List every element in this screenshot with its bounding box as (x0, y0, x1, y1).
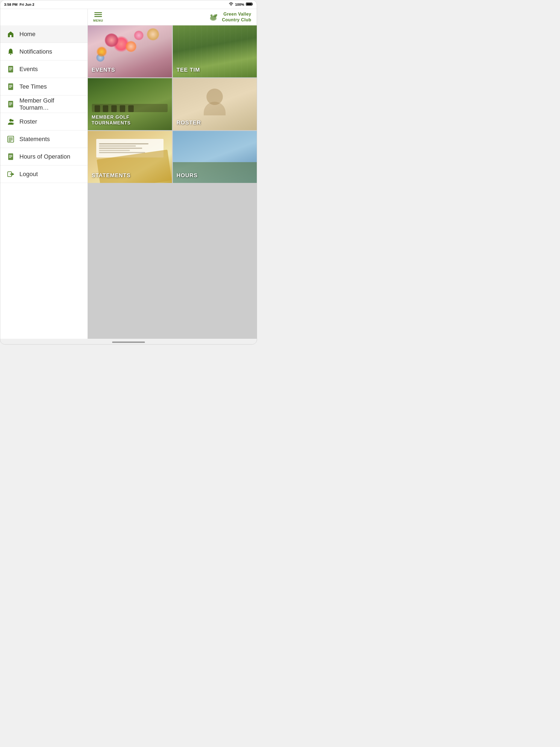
status-time: 3:58 PM (4, 2, 18, 6)
battery-percentage: 100% (235, 2, 244, 6)
status-indicators: 100% (229, 2, 253, 7)
document-icon-tournaments (7, 101, 15, 108)
sidebar-item-label-notifications: Notifications (19, 48, 52, 55)
sidebar-item-roster[interactable]: Roster (0, 113, 87, 130)
status-bar: 3:58 PM Fri Jun 2 100% (0, 0, 257, 9)
menu-label: MENU (93, 19, 103, 22)
sidebar: Home Notifications Events (0, 9, 88, 339)
sidebar-item-hours[interactable]: Hours of Operation (0, 148, 87, 165)
bell-icon (7, 48, 15, 55)
svg-rect-25 (9, 155, 12, 156)
list-icon (7, 136, 15, 143)
sidebar-item-tee-times[interactable]: Tee Times (0, 78, 87, 96)
tile-label-tournaments: MEMBER GOLF TOURNAMENTS (92, 114, 170, 126)
club-name: Green Valley Country Club (222, 11, 251, 23)
status-date: Fri Jun 2 (19, 2, 34, 6)
svg-point-4 (10, 54, 11, 55)
svg-rect-21 (8, 138, 13, 139)
svg-rect-2 (252, 4, 253, 5)
svg-rect-23 (8, 141, 11, 141)
svg-rect-7 (9, 69, 12, 69)
tile-roster[interactable]: ROSTER (173, 78, 257, 130)
club-name-line1: Green Valley (222, 11, 251, 17)
svg-rect-14 (9, 103, 12, 103)
menu-line-2 (94, 14, 102, 15)
tile-label-hours: HOURS (177, 172, 255, 179)
tile-tournaments[interactable]: MEMBER GOLF TOURNAMENTS (88, 78, 172, 130)
tile-label-roster: ROSTER (177, 119, 255, 126)
club-name-line2: Country Club (222, 17, 251, 23)
status-time-date: 3:58 PM Fri Jun 2 (4, 2, 34, 6)
svg-rect-22 (8, 140, 13, 140)
home-indicator (112, 341, 145, 343)
svg-rect-6 (9, 68, 12, 68)
sidebar-item-tournaments[interactable]: Member Golf Tournam… (0, 96, 87, 113)
battery-icon (246, 2, 253, 7)
sidebar-item-statements[interactable]: Statements (0, 130, 87, 148)
tiles-grid: EVENTS TEE TIM M (88, 25, 257, 339)
sidebar-item-label-events: Events (19, 66, 38, 73)
menu-line-3 (94, 16, 102, 17)
tile-statements[interactable]: STATEMENTS (88, 131, 172, 183)
svg-rect-15 (9, 104, 12, 104)
svg-rect-16 (9, 105, 11, 105)
svg-rect-11 (9, 86, 12, 87)
svg-point-0 (230, 5, 231, 6)
sidebar-item-label-statements: Statements (19, 136, 50, 143)
menu-line-1 (94, 12, 102, 13)
tile-label-tee-times: TEE TIM (177, 67, 255, 73)
svg-point-18 (12, 120, 14, 121)
sidebar-item-home[interactable]: Home (0, 25, 87, 43)
svg-rect-12 (9, 87, 11, 88)
document-icon-hours (7, 153, 15, 160)
svg-rect-27 (9, 157, 11, 158)
app-container: Home Notifications Events (0, 9, 257, 339)
sidebar-item-logout[interactable]: Logout (0, 165, 87, 183)
svg-rect-8 (9, 70, 11, 70)
svg-rect-3 (247, 3, 252, 5)
svg-rect-26 (9, 156, 12, 157)
document-icon-events (7, 66, 15, 73)
sidebar-item-label-logout: Logout (19, 171, 38, 178)
club-logo: Green Valley Country Club (207, 11, 251, 23)
tile-label-statements: STATEMENTS (92, 172, 170, 179)
logout-icon (7, 171, 15, 178)
tile-events[interactable]: EVENTS (88, 25, 172, 77)
tile-hours[interactable]: HOURS (173, 131, 257, 183)
tile-label-events: EVENTS (92, 67, 170, 73)
home-icon (7, 31, 15, 38)
club-logo-icon (207, 12, 219, 22)
wifi-icon (229, 2, 233, 7)
svg-rect-10 (9, 85, 12, 85)
document-icon-tee-times (7, 83, 15, 90)
sidebar-item-notifications[interactable]: Notifications (0, 43, 87, 60)
tile-tee-times[interactable]: TEE TIM (173, 25, 257, 77)
sidebar-item-events[interactable]: Events (0, 60, 87, 78)
svg-rect-20 (8, 137, 13, 138)
sidebar-header (0, 9, 87, 25)
sidebar-item-label-hours: Hours of Operation (19, 153, 70, 160)
svg-point-17 (9, 119, 12, 122)
header-bar: MENU Green Valley Country Club (88, 9, 257, 25)
person-icon (7, 118, 15, 125)
main-content: MENU Green Valley Country Club (88, 9, 257, 339)
menu-lines (94, 12, 102, 17)
sidebar-item-label-home: Home (19, 31, 35, 38)
menu-button[interactable]: MENU (93, 12, 103, 22)
sidebar-item-label-tee-times: Tee Times (19, 83, 47, 90)
sidebar-item-label-tournaments: Member Golf Tournam… (19, 97, 81, 111)
sidebar-item-label-roster: Roster (19, 118, 37, 125)
